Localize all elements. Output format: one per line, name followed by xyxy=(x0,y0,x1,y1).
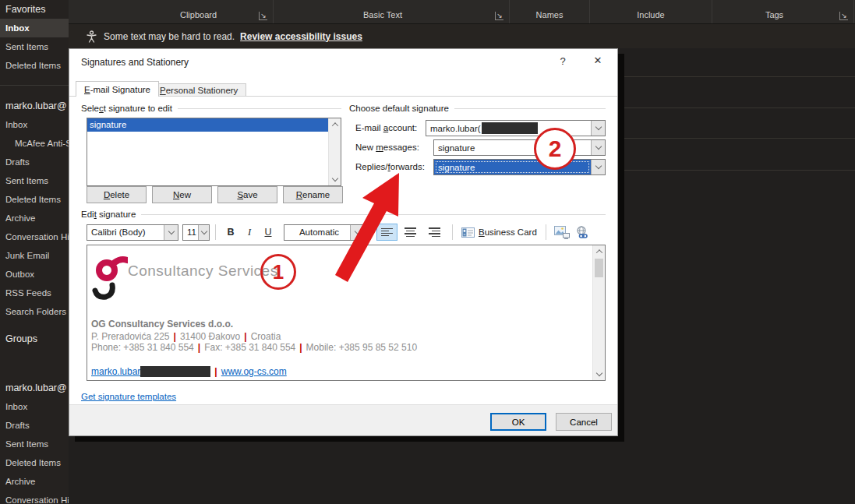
sidebar-item-rss-feeds[interactable]: RSS Feeds xyxy=(0,284,69,302)
font-family-select[interactable]: Calibri (Body) xyxy=(87,224,178,241)
chevron-down-icon[interactable] xyxy=(350,225,364,240)
sidebar-header-favorites[interactable]: Favorites xyxy=(0,0,69,19)
rename-button[interactable]: Rename xyxy=(283,186,343,203)
help-icon[interactable]: ? xyxy=(556,55,569,67)
signatures-dialog: Signatures and Stationery ? ✕ E-mail Sig… xyxy=(69,48,618,436)
sidebar-item-inbox[interactable]: Inbox xyxy=(0,115,69,134)
chevron-down-icon[interactable] xyxy=(591,121,605,136)
sidebar-item-sent-items[interactable]: Sent Items xyxy=(0,435,69,453)
chevron-down-icon[interactable] xyxy=(591,160,605,174)
sidebar-item-mcafee-anti-sp[interactable]: McAfee Anti-Sp xyxy=(0,134,69,153)
signature-editor[interactable]: Consultancy Services OG Consultancy Serv… xyxy=(87,245,606,381)
email-account-select[interactable]: marko.lubar( xyxy=(426,120,606,136)
sidebar-item-drafts[interactable]: Drafts xyxy=(0,416,69,435)
ribbon-group-label-basic-text: Basic Text xyxy=(274,10,492,19)
notice-text: Some text may be hard to read. xyxy=(104,31,235,42)
italic-button[interactable]: I xyxy=(240,224,259,241)
sidebar-item-archive[interactable]: Archive xyxy=(0,209,69,227)
sidebar-item-inbox[interactable]: Inbox xyxy=(0,19,69,37)
links-line: marko.lubar|www.og-cs.com xyxy=(91,366,287,377)
ribbon-group-label-tags: Tags xyxy=(712,10,836,19)
business-card-icon xyxy=(461,227,475,238)
sidebar-item-sent-items[interactable]: Sent Items xyxy=(0,37,69,56)
close-icon[interactable]: ✕ xyxy=(591,55,605,66)
replies-forwards-select[interactable]: signature xyxy=(433,159,606,175)
insert-hyperlink-button[interactable] xyxy=(572,224,592,241)
sidebar-item-deleted-items[interactable]: Deleted Items xyxy=(0,190,69,209)
dialog-footer: OK Cancel xyxy=(69,404,617,435)
insert-picture-button[interactable] xyxy=(552,224,572,241)
tab-email-signature[interactable]: E-mail Signature xyxy=(76,81,159,97)
email-account-label: E-mail account: xyxy=(355,123,417,132)
website-link[interactable]: www.og-cs.com xyxy=(221,366,287,377)
new-messages-label: New messages: xyxy=(355,143,419,152)
ribbon-group-include: Include xyxy=(589,0,712,23)
get-signature-templates-link[interactable]: Get signature templates xyxy=(81,392,176,401)
mail-row-divider xyxy=(624,76,855,77)
mail-row-divider xyxy=(624,107,855,108)
sidebar-header-groups[interactable]: Groups xyxy=(0,330,69,348)
bold-button[interactable]: B xyxy=(221,224,240,241)
sidebar-item-deleted-items[interactable]: Deleted Items xyxy=(0,56,69,75)
sidebar-item-sent-items[interactable]: Sent Items xyxy=(0,171,69,190)
chevron-down-icon[interactable] xyxy=(164,225,178,240)
sidebar-item-junk-email[interactable]: Junk Email xyxy=(0,246,69,265)
folder-sidebar: FavoritesInboxSent ItemsDeleted Itemsmar… xyxy=(0,0,69,504)
editor-scrollbar[interactable] xyxy=(592,245,605,380)
font-size-select[interactable]: 11 xyxy=(182,224,210,241)
ribbon-group-tags: Tags↘ xyxy=(712,0,853,23)
sidebar-item-outbox[interactable]: Outbox xyxy=(0,265,69,284)
scroll-up-icon[interactable] xyxy=(593,245,605,258)
listbox-scrollbar[interactable] xyxy=(328,118,341,185)
ok-button[interactable]: OK xyxy=(490,413,546,431)
delete-button[interactable]: Delete xyxy=(87,186,147,203)
hyperlink-globe-icon xyxy=(574,226,589,239)
edit-signature-group-label: Edit signature xyxy=(81,210,606,219)
email-link[interactable]: marko.lubar xyxy=(91,366,140,377)
ribbon: Clipboard↘Basic Text↘NamesIncludeTags↘Vo… xyxy=(69,0,855,24)
align-left-button[interactable] xyxy=(376,224,397,241)
sidebar-item-conversation-his[interactable]: Conversation His xyxy=(0,227,69,246)
contact-line: Phone: +385 31 840 554|Fax: +385 31 840 … xyxy=(91,342,417,353)
ribbon-group-basic-text: Basic Text↘ xyxy=(273,0,509,23)
formatting-toolbar: Calibri (Body) 11 B I U Automatic xyxy=(87,223,592,241)
og-logo xyxy=(92,252,128,304)
sidebar-item-drafts[interactable]: Drafts xyxy=(0,153,69,171)
scroll-up-icon[interactable] xyxy=(329,118,341,131)
dialog-launcher-icon[interactable]: ↘ xyxy=(259,12,267,20)
signature-listbox[interactable]: signature xyxy=(87,118,341,186)
signature-list-item[interactable]: signature xyxy=(87,118,329,132)
review-accessibility-link[interactable]: Review accessibility issues xyxy=(240,31,362,42)
sidebar-item-search-folders[interactable]: Search Folders xyxy=(0,302,69,321)
select-signature-group-label: Select signature to edit xyxy=(81,104,341,113)
new-button[interactable]: New xyxy=(152,186,212,203)
sidebar-item-inbox[interactable]: Inbox xyxy=(0,397,69,416)
chevron-down-icon[interactable] xyxy=(198,225,209,240)
dialog-launcher-icon[interactable]: ↘ xyxy=(839,12,848,20)
default-signature-group-label: Choose default signature xyxy=(349,104,606,113)
insert-picture-icon xyxy=(554,226,570,239)
font-color-select[interactable]: Automatic xyxy=(284,224,365,241)
dialog-launcher-icon[interactable]: ↘ xyxy=(495,12,503,20)
scrollbar-thumb[interactable] xyxy=(595,259,603,277)
sidebar-item-conversation-hist[interactable]: Conversation Hist xyxy=(0,491,69,504)
sidebar-item-deleted-items[interactable]: Deleted Items xyxy=(0,453,69,472)
ribbon-group-label-clipboard: Clipboard xyxy=(141,10,256,19)
redaction-box xyxy=(482,122,538,134)
align-right-button[interactable] xyxy=(423,224,444,241)
sidebar-item-archive[interactable]: Archive xyxy=(0,472,69,491)
sidebar-header-marko-lubar-[interactable]: marko.lubar@ xyxy=(0,379,69,397)
tab-personal-stationery[interactable]: Personal Stationery xyxy=(151,83,246,97)
ribbon-group-clipboard: Clipboard↘ xyxy=(141,0,273,23)
underline-button[interactable]: U xyxy=(259,224,277,241)
chevron-down-icon[interactable] xyxy=(591,140,605,155)
scroll-down-icon[interactable] xyxy=(329,173,341,185)
sidebar-header-marko-lubar-[interactable]: marko.lubar@ xyxy=(0,97,69,115)
scroll-down-icon[interactable] xyxy=(593,368,605,380)
mail-row-divider xyxy=(624,170,855,171)
business-card-button[interactable]: Business Card xyxy=(458,224,540,241)
new-messages-select[interactable]: signature xyxy=(433,139,606,156)
cancel-button[interactable]: Cancel xyxy=(556,413,612,431)
save-button[interactable]: Save xyxy=(217,186,277,203)
align-center-button[interactable] xyxy=(400,224,421,241)
